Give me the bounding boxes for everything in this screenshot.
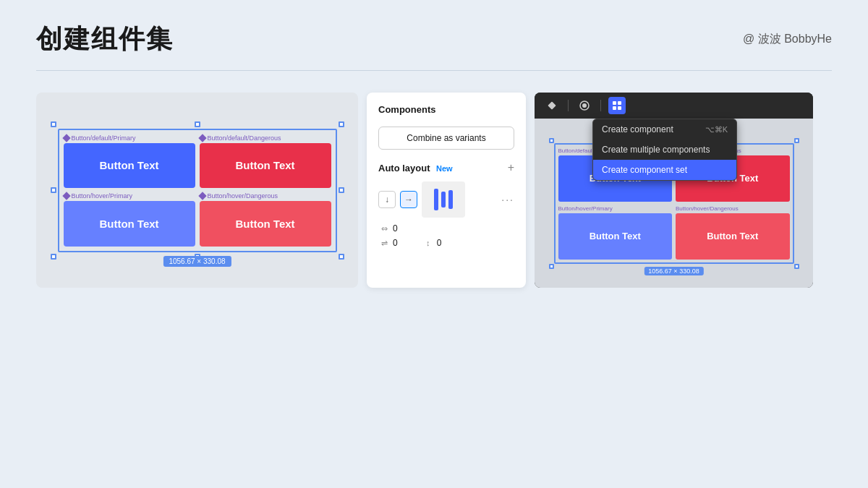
context-create-multiple[interactable]: Create multiple components (593, 140, 736, 160)
auto-layout-add-button[interactable]: + (508, 161, 514, 174)
handle-mid-right[interactable] (339, 187, 344, 193)
auto-layout-section: Auto layout New + ↓ → ··· (378, 161, 514, 248)
direction-controls: ↓ → (378, 191, 417, 208)
padding-h-row: ⇌ 0 ↕ 0 (378, 238, 514, 248)
spacing-h-row: ⇔ 0 (378, 223, 514, 234)
more-options-button[interactable]: ··· (501, 194, 514, 205)
canvas-panel: Button/default/Primary Button Text Butto… (36, 93, 358, 288)
combine-as-variants-button[interactable]: Combine as variants (378, 127, 514, 150)
padding-h-icon: ⇌ (378, 239, 390, 248)
bar-2 (441, 192, 446, 207)
spacing-bars (434, 189, 453, 210)
components-panel: Components Combine as variants Auto layo… (367, 93, 526, 288)
editor-handle-tl[interactable] (549, 138, 554, 143)
context-create-set[interactable]: Create component set (593, 160, 736, 180)
canvas-selection-area: Button/default/Primary Button Text Butto… (64, 134, 331, 247)
handle-bottom-left[interactable] (51, 254, 56, 260)
svg-rect-5 (613, 106, 616, 110)
svg-point-2 (582, 103, 587, 108)
adjust-icon[interactable] (576, 97, 593, 114)
padding-v-icon: ↕ (422, 239, 434, 247)
bar-1 (434, 189, 438, 210)
handle-top-left[interactable] (51, 121, 56, 127)
handle-mid-left[interactable] (51, 187, 56, 193)
handle-top-right[interactable] (339, 121, 344, 127)
editor-panel: Create component ⌥⌘K Create multiple com… (535, 93, 813, 288)
toolbar-sep-2 (600, 100, 601, 111)
component-icon[interactable] (543, 97, 561, 114)
svg-rect-3 (613, 101, 616, 105)
editor-dimension-label: 1056.67 × 330.08 (644, 267, 703, 275)
main-content: Button/default/Primary Button Text Butto… (0, 71, 868, 288)
components-title: Components (378, 104, 514, 115)
page-title: 创建组件集 (36, 22, 174, 57)
editor-toolbar (535, 93, 813, 119)
context-create-component[interactable]: Create component ⌥⌘K (593, 119, 736, 140)
handle-bottom-right[interactable] (339, 254, 344, 260)
dimension-label: 1056.67 × 330.08 (163, 256, 231, 267)
bar-3 (448, 190, 453, 209)
auto-layout-title-group: Auto layout New (378, 161, 453, 174)
header: 创建组件集 @ 波波 BobbyHe (0, 0, 868, 57)
svg-rect-6 (618, 106, 621, 110)
svg-rect-4 (618, 101, 621, 105)
direction-right-button[interactable]: → (400, 191, 417, 208)
spacing-preview (422, 181, 465, 218)
grid-icon[interactable] (608, 97, 626, 114)
spacing-h-icon: ⇔ (378, 224, 390, 234)
direction-down-button[interactable]: ↓ (378, 191, 396, 208)
svg-rect-0 (548, 101, 556, 109)
selection-border (58, 129, 337, 252)
author-label: @ 波波 BobbyHe (743, 32, 832, 47)
editor-handle-tr[interactable] (794, 138, 799, 143)
handle-top-mid[interactable] (195, 121, 200, 127)
editor-handle-br[interactable] (794, 264, 799, 269)
editor-handle-bl[interactable] (549, 264, 554, 269)
toolbar-sep-1 (568, 100, 569, 111)
context-menu: Create component ⌥⌘K Create multiple com… (592, 119, 737, 181)
auto-layout-header: Auto layout New + (378, 161, 514, 174)
